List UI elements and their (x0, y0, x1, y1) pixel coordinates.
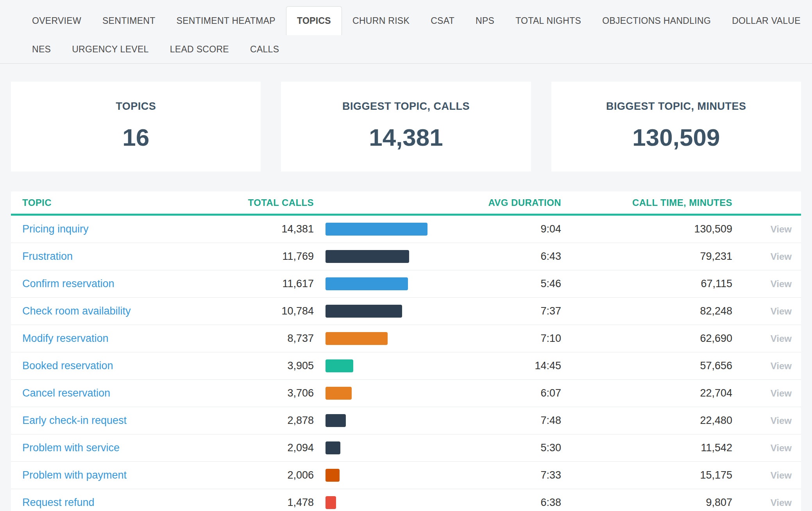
calls-bar-cell (314, 496, 431, 509)
topic-link[interactable]: Confirm reservation (22, 278, 114, 289)
topic-link[interactable]: Modify reservation (22, 332, 109, 344)
view-link[interactable]: View (771, 279, 792, 289)
view-link[interactable]: View (771, 306, 792, 316)
view-cell: View (732, 360, 801, 372)
call-time-minutes-value: 22,704 (561, 387, 732, 399)
topics-table: TOPIC TOTAL CALLS AVG DURATION CALL TIME… (11, 191, 801, 511)
call-time-minutes-value: 9,807 (561, 497, 732, 509)
tab-dollar-value[interactable]: DOLLAR VALUE (721, 6, 811, 35)
view-link[interactable]: View (771, 224, 792, 234)
call-time-minutes-value: 79,231 (561, 250, 732, 263)
calls-bar (326, 469, 340, 482)
table-row: Request refund1,4786:389,807View (11, 489, 801, 511)
view-link[interactable]: View (771, 415, 792, 426)
view-link[interactable]: View (771, 361, 792, 371)
topic-link[interactable]: Frustration (22, 250, 73, 262)
table-row: Problem with service2,0945:3011,542View (11, 434, 801, 462)
total-calls-value: 2,094 (240, 442, 314, 454)
total-calls-value: 10,784 (240, 305, 314, 317)
call-time-minutes-value: 130,509 (561, 223, 732, 235)
topic-link[interactable]: Early check-in request (22, 415, 127, 426)
topic-link[interactable]: Booked reservation (22, 360, 113, 372)
avg-duration-value: 5:46 (431, 278, 561, 290)
tab-objections-handling[interactable]: OBJECTIONS HANDLING (592, 6, 721, 35)
column-header-total-calls: TOTAL CALLS (240, 197, 314, 208)
table-row: Booked reservation3,90514:4557,656View (11, 352, 801, 380)
topic-cell: Problem with payment (11, 469, 240, 481)
calls-bar (326, 496, 336, 509)
calls-bar (326, 223, 427, 236)
tab-churn-risk[interactable]: CHURN RISK (342, 6, 420, 35)
view-link[interactable]: View (771, 251, 792, 262)
view-cell: View (732, 415, 801, 427)
topic-link[interactable]: Cancel reservation (22, 387, 110, 399)
topic-link[interactable]: Check room availability (22, 305, 131, 317)
stat-card-topics: TOPICS 16 (11, 82, 261, 172)
table-header-row: TOPIC TOTAL CALLS AVG DURATION CALL TIME… (11, 191, 801, 216)
avg-duration-value: 7:10 (431, 332, 561, 345)
call-time-minutes-value: 15,175 (561, 469, 732, 481)
stat-card-value: 14,381 (281, 123, 531, 151)
total-calls-value: 14,381 (240, 223, 314, 235)
topic-link[interactable]: Problem with service (22, 442, 120, 454)
tab-sentiment-heatmap[interactable]: SENTIMENT HEATMAP (166, 6, 286, 35)
calls-bar (326, 332, 388, 345)
table-row: Early check-in request2,8787:4822,480Vie… (11, 407, 801, 434)
view-link[interactable]: View (771, 470, 792, 481)
stat-card-title: TOPICS (11, 100, 261, 113)
call-time-minutes-value: 22,480 (561, 415, 732, 427)
tab-total-nights[interactable]: TOTAL NIGHTS (505, 6, 592, 35)
tab-calls[interactable]: CALLS (240, 35, 290, 63)
topic-link[interactable]: Problem with payment (22, 469, 127, 481)
view-cell: View (732, 442, 801, 454)
table-row: Check room availability10,7847:3782,248V… (11, 298, 801, 325)
tab-sentiment[interactable]: SENTIMENT (92, 6, 166, 35)
table-row: Pricing inquiry14,3819:04130,509View (11, 216, 801, 243)
stat-card-biggest-topic-minutes: BIGGEST TOPIC, MINUTES 130,509 (551, 82, 801, 172)
total-calls-value: 2,878 (240, 415, 314, 427)
stat-card-title: BIGGEST TOPIC, CALLS (281, 100, 531, 113)
total-calls-value: 3,706 (240, 387, 314, 399)
call-time-minutes-value: 62,690 (561, 332, 732, 345)
tab-lead-score[interactable]: LEAD SCORE (159, 35, 240, 63)
tab-csat[interactable]: CSAT (420, 6, 465, 35)
topic-cell: Pricing inquiry (11, 223, 240, 235)
topic-cell: Booked reservation (11, 360, 240, 372)
table-row: Problem with payment2,0067:3315,175View (11, 462, 801, 489)
tab-nps[interactable]: NPS (465, 6, 505, 35)
topic-link[interactable]: Pricing inquiry (22, 223, 89, 235)
tab-overview[interactable]: OVERVIEW (21, 6, 92, 35)
topic-link[interactable]: Request refund (22, 497, 95, 508)
calls-bar-cell (314, 441, 431, 454)
calls-bar (326, 387, 352, 400)
total-calls-value: 3,905 (240, 360, 314, 372)
call-time-minutes-value: 67,115 (561, 278, 732, 290)
topic-cell: Confirm reservation (11, 278, 240, 290)
view-link[interactable]: View (771, 443, 792, 453)
avg-duration-value: 7:33 (431, 469, 561, 481)
column-header-call-time: CALL TIME, MINUTES (561, 197, 732, 208)
avg-duration-value: 6:07 (431, 387, 561, 399)
call-time-minutes-value: 11,542 (561, 442, 732, 454)
avg-duration-value: 5:30 (431, 442, 561, 454)
tab-nes[interactable]: NES (21, 35, 61, 63)
view-cell: View (732, 223, 801, 235)
calls-bar (326, 250, 409, 263)
avg-duration-value: 7:37 (431, 305, 561, 317)
calls-bar (326, 441, 340, 454)
calls-bar-cell (314, 359, 431, 372)
column-header-topic: TOPIC (11, 197, 240, 208)
view-cell: View (732, 387, 801, 399)
view-link[interactable]: View (771, 497, 792, 508)
total-calls-value: 1,478 (240, 497, 314, 509)
topic-cell: Check room availability (11, 305, 240, 317)
topic-cell: Request refund (11, 497, 240, 509)
view-link[interactable]: View (771, 333, 792, 344)
tab-topics[interactable]: TOPICS (286, 6, 342, 35)
avg-duration-value: 6:38 (431, 497, 561, 509)
table-row: Frustration11,7696:4379,231View (11, 243, 801, 270)
tab-urgency-level[interactable]: URGENCY LEVEL (61, 35, 159, 63)
table-row: Confirm reservation11,6175:4667,115View (11, 270, 801, 298)
tab-row-1: OVERVIEWSENTIMENTSENTIMENT HEATMAPTOPICS… (21, 6, 812, 35)
view-link[interactable]: View (771, 388, 792, 398)
